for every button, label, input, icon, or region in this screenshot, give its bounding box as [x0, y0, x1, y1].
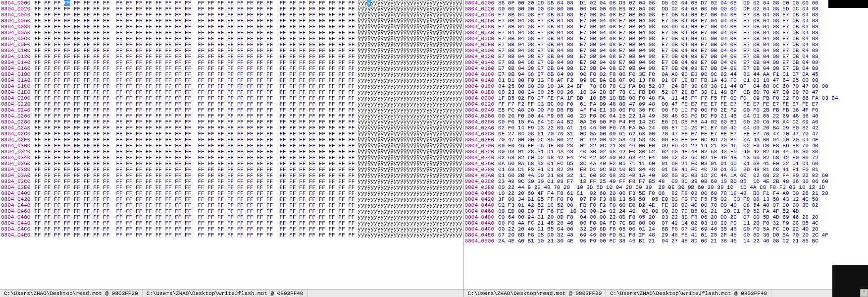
status-file-read: C:\Users\ZHAO\Desktop\read.mot @ 0803FF2… [464, 290, 607, 297]
scrollbar-top-dark [828, 0, 868, 8]
status-file-write: C:\Users\ZHAO\Desktop\writeJflash.mot @ … [606, 290, 771, 297]
ascii-column: ÿÿÿÿÿÿÿÿÿÿÿÿÿÿÿÿÿÿÿÿÿÿÿÿÿÿÿÿÿÿÿÿ ÿÿÿÿÿÿÿ… [357, 0, 463, 289]
address-column: 0804_0000 0804_0020 0804_0040 0804_0060 … [464, 0, 496, 289]
left-status-bar: C:\Users\ZHAO\Desktop\read.mot @ 0803FF2… [0, 289, 463, 297]
hex-compare-root: 0804_0000 0804_0020 0804_0040 0804_0060 … [0, 0, 868, 297]
bytes-column[interactable]: FF FF FF FF FF FF FF FF FF FF FF FF FF F… [32, 0, 357, 289]
left-hex-body[interactable]: 0804_0000 0804_0020 0804_0040 0804_0060 … [0, 0, 463, 289]
address-column: 0804_0000 0804_0020 0804_0040 0804_0060 … [0, 0, 32, 289]
scroll-corner-button[interactable]: ˄ [860, 289, 868, 297]
right-pane: 0804_0000 0804_0020 0804_0040 0804_0060 … [464, 0, 868, 297]
right-hex-body[interactable]: 0804_0000 0804_0020 0804_0040 0804_0060 … [464, 0, 868, 289]
chevron-icon: ˄ [863, 290, 866, 297]
status-file-write: C:\Users\ZHAO\Desktop\writeJflash.mot @ … [143, 290, 308, 297]
bytes-column[interactable]: 88 0F 00 20 CD 0B 04 08 D1 02 04 08 D3 0… [496, 0, 840, 289]
right-status-bar: C:\Users\ZHAO\Desktop\read.mot @ 0803FF2… [464, 289, 868, 297]
left-pane: 0804_0000 0804_0020 0804_0040 0804_0060 … [0, 0, 464, 297]
status-file-read: C:\Users\ZHAO\Desktop\read.mot @ 0803FF2… [0, 290, 143, 297]
